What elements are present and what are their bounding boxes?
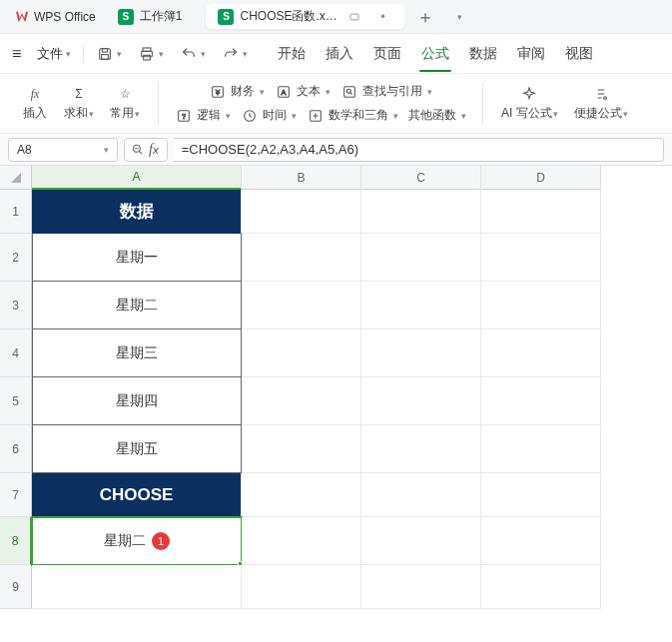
row-header-6[interactable]: 6 <box>0 425 32 473</box>
cell-C6[interactable] <box>361 425 481 473</box>
cell-A4[interactable]: 星期三 <box>32 329 242 377</box>
common-label: 常用 <box>110 106 134 120</box>
menu-toggle-button[interactable]: ≡ <box>6 41 27 67</box>
row-header-5[interactable]: 5 <box>0 377 32 425</box>
cell-B9[interactable] <box>242 565 361 609</box>
row-header-7[interactable]: 7 <box>0 473 32 517</box>
cell-D3[interactable] <box>481 282 601 329</box>
sum-label: 求和 <box>64 106 88 120</box>
tab-review[interactable]: 审阅 <box>513 39 549 69</box>
row-header-4[interactable]: 4 <box>0 329 32 377</box>
tab-start[interactable]: 开始 <box>274 39 310 69</box>
svg-rect-11 <box>344 86 355 97</box>
cell-C4[interactable] <box>361 329 481 377</box>
tab-data[interactable]: 数据 <box>465 39 501 69</box>
cell-A3[interactable]: 星期二 <box>32 282 242 329</box>
tab-page[interactable]: 页面 <box>369 39 405 69</box>
file-menu[interactable]: 文件▾ <box>31 41 77 67</box>
column-header-C[interactable]: C <box>361 166 481 190</box>
cell-B7[interactable] <box>242 473 361 517</box>
document-tab-choose[interactable]: S CHOOSE函数.xlsx • <box>206 4 405 29</box>
cell-D9[interactable] <box>481 565 601 609</box>
cell-C5[interactable] <box>361 377 481 425</box>
math-button[interactable]: 数学和三角▾ <box>303 105 402 127</box>
cell-D5[interactable] <box>481 377 601 425</box>
cell-B2[interactable] <box>242 234 361 282</box>
cell-B5[interactable] <box>242 377 361 425</box>
cell-B4[interactable] <box>242 329 361 377</box>
column-header-B[interactable]: B <box>242 166 361 190</box>
chevron-down-icon: ▾ <box>104 145 109 155</box>
save-icon <box>96 45 114 63</box>
cell-A5[interactable]: 星期四 <box>32 377 242 425</box>
quick-label: 便捷公式 <box>574 106 622 120</box>
common-button[interactable]: ☆ 常用▾ <box>104 83 146 124</box>
row-header-2[interactable]: 2 <box>0 234 32 282</box>
tab-formula[interactable]: 公式 <box>417 39 453 69</box>
finance-label: 财务 <box>231 83 255 100</box>
document-tab-workbook1[interactable]: S 工作簿1 <box>106 4 195 29</box>
cell-D6[interactable] <box>481 425 601 473</box>
math-label: 数学和三角 <box>329 107 388 124</box>
window-minimize-icon[interactable] <box>343 10 365 24</box>
cell-A1[interactable]: 数据 <box>32 190 242 234</box>
row-header-9[interactable]: 9 <box>0 565 32 609</box>
cell-C1[interactable] <box>361 190 481 234</box>
cell-value: 数据 <box>120 200 154 223</box>
row-header-3[interactable]: 3 <box>0 282 32 329</box>
logic-button[interactable]: ?逻辑▾ <box>171 105 235 127</box>
text-button[interactable]: A文本▾ <box>271 81 335 103</box>
quick-formula-button[interactable]: 便捷公式▾ <box>568 83 634 124</box>
cell-C9[interactable] <box>361 565 481 609</box>
select-all-corner[interactable] <box>0 166 32 190</box>
new-tab-button[interactable]: ＋ <box>411 3 439 31</box>
cell-A6[interactable]: 星期五 <box>32 425 242 473</box>
cell-value: 星期二 <box>116 297 158 315</box>
cell-A7[interactable]: CHOOSE <box>32 473 242 517</box>
datetime-button[interactable]: 时间▾ <box>237 105 301 127</box>
logic-label: 逻辑 <box>197 107 221 124</box>
cell-D2[interactable] <box>481 234 601 282</box>
cell-D1[interactable] <box>481 190 601 234</box>
cell-B6[interactable] <box>242 425 361 473</box>
cell-B1[interactable] <box>242 190 361 234</box>
cell-D7[interactable] <box>481 473 601 517</box>
undo-button[interactable]: ▾ <box>174 41 212 67</box>
cell-C7[interactable] <box>361 473 481 517</box>
column-header-A[interactable]: A <box>32 166 242 190</box>
redo-button[interactable]: ▾ <box>216 41 254 67</box>
cell-D4[interactable] <box>481 329 601 377</box>
row-header-8[interactable]: 8 <box>0 517 32 565</box>
cell-A8[interactable]: 星期二1 <box>32 517 242 565</box>
svg-rect-6 <box>144 55 151 60</box>
zoom-out-icon[interactable] <box>129 141 147 159</box>
lookup-button[interactable]: 查找与引用▾ <box>336 81 436 103</box>
fx-icon[interactable]: fx <box>147 142 161 158</box>
sum-button[interactable]: Σ 求和▾ <box>58 83 100 124</box>
finance-button[interactable]: ¥财务▾ <box>205 81 269 103</box>
row-header-1[interactable]: 1 <box>0 190 32 234</box>
ai-icon <box>520 85 538 103</box>
cell-A2[interactable]: 星期一 <box>32 234 242 282</box>
tab-insert[interactable]: 插入 <box>322 39 357 69</box>
ai-formula-button[interactable]: AI 写公式▾ <box>495 83 564 124</box>
column-header-D[interactable]: D <box>481 166 601 190</box>
sigma-icon: Σ <box>70 85 88 103</box>
more-icon[interactable]: • <box>371 10 393 24</box>
other-fn-button[interactable]: 其他函数▾ <box>404 105 470 126</box>
cell-C3[interactable] <box>361 282 481 329</box>
print-button[interactable]: ▾ <box>132 41 170 67</box>
insert-function-button[interactable]: fx 插入 <box>16 83 54 124</box>
cell-A9[interactable] <box>32 565 242 609</box>
cell-D8[interactable] <box>481 517 601 565</box>
name-box[interactable]: A8 ▾ <box>8 138 118 162</box>
formula-input[interactable]: =CHOOSE(2,A2,A3,A4,A5,A6) <box>174 138 664 162</box>
save-button[interactable]: ▾ <box>90 41 128 67</box>
cell-B3[interactable] <box>242 282 361 329</box>
tab-view[interactable]: 视图 <box>561 39 597 69</box>
tab-menu-button[interactable]: ▾ <box>445 3 473 31</box>
cell-C8[interactable] <box>361 517 481 565</box>
cell-B8[interactable] <box>242 517 361 565</box>
cell-C2[interactable] <box>361 234 481 282</box>
app-name: WPS Office <box>34 10 96 24</box>
